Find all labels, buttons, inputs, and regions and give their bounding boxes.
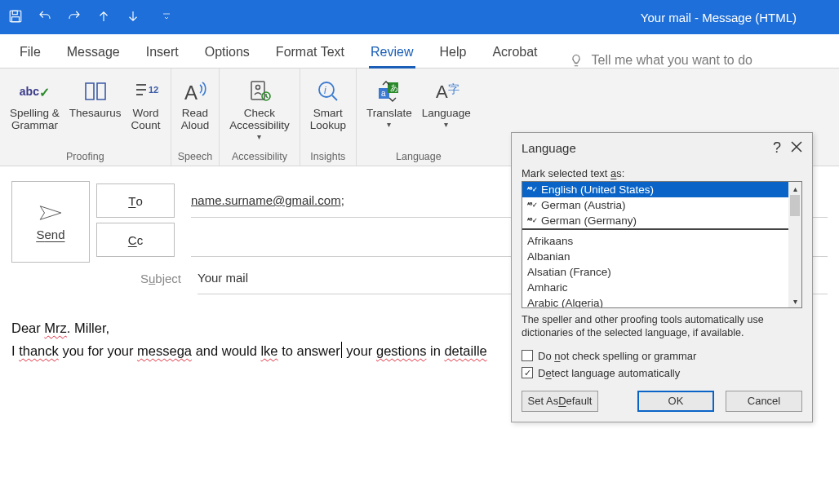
checkbox-checked-icon: ✓ [522,367,533,378]
language-item-selected[interactable]: ᴬᴮ✓English (United States) [522,182,788,197]
dialog-title: Language [522,141,576,155]
window-title: Your mail - Message (HTML) [171,11,831,24]
group-label: Accessibility [224,151,295,166]
spelling-grammar-button[interactable]: abc✓ Spelling &Grammar [5,73,64,134]
group-label: Proofing [5,151,166,166]
abc-check-icon: abc✓ [20,84,50,99]
send-button[interactable]: SSendend [11,181,90,263]
undo-icon[interactable] [38,9,52,26]
svg-text:a: a [381,89,386,98]
language-item[interactable]: Arabic (Algeria) [522,295,788,307]
dialog-help-button[interactable]: ? [763,139,791,157]
group-label: Speech [176,151,215,166]
checkbox-icon [522,350,533,361]
group-proofing: abc✓ Spelling &Grammar Thesaurus 123 Wor… [0,69,171,166]
arrow-up-icon[interactable] [96,9,111,26]
dialog-info-text: The speller and other proofing tools aut… [522,313,802,340]
smart-lookup-icon: i [315,78,341,104]
quick-access-toolbar [8,9,171,26]
svg-text:A: A [436,82,448,102]
tab-review[interactable]: Review [357,37,426,68]
svg-text:あ: あ [390,83,398,92]
translate-button[interactable]: aあ Translate [362,73,417,130]
checkbox-do-not-check[interactable]: Do not check spelling or grammar [522,350,802,362]
language-icon: A字 [433,78,459,104]
set-default-button[interactable]: Set As Default [522,391,598,412]
language-item[interactable]: Alsatian (France) [522,264,788,280]
check-accessibility-button[interactable]: CheckAccessibility [224,73,295,143]
ribbon-tabs: File Message Insert Options Format Text … [0,34,839,69]
title-bar: Your mail - Message (HTML) [0,0,839,34]
redo-icon[interactable] [67,9,82,26]
save-icon[interactable] [8,9,23,26]
language-item[interactable]: Afrikaans [522,233,788,249]
text-cursor [341,342,342,358]
dialog-close-button[interactable] [791,141,802,155]
word-count-button[interactable]: 123 WordCount [127,73,166,134]
subject-label: SubjectSubject [96,272,181,285]
tab-insert[interactable]: Insert [133,37,192,68]
tab-message[interactable]: Message [54,37,133,68]
svg-text:123: 123 [149,85,159,95]
scroll-up-icon[interactable]: ▴ [793,182,797,195]
svg-point-6 [255,86,260,90]
scroll-down-icon[interactable]: ▾ [793,294,797,307]
group-speech: A ReadAloud Speech [171,69,220,166]
thesaurus-button[interactable]: Thesaurus [64,73,127,122]
svg-rect-1 [12,11,17,15]
language-item[interactable]: ᴬᴮ✓German (Germany) [522,213,788,228]
language-item[interactable]: ᴬᴮ✓German (Austria) [522,197,788,213]
recipient-address[interactable]: name.surname@gmail.com [191,193,341,207]
tell-me-label: Tell me what you want to do [592,53,752,68]
svg-point-8 [319,82,334,97]
smart-lookup-button[interactable]: i SmartLookup [305,73,351,134]
language-item[interactable]: Amharic [522,280,788,295]
group-label: Language [362,151,476,166]
group-accessibility: CheckAccessibility Accessibility [220,69,300,166]
group-insights: i SmartLookup Insights [300,69,357,166]
mark-text-label: Mark selected text as: [522,167,802,179]
accessibility-icon [246,78,273,104]
cancel-button[interactable]: Cancel [726,391,802,412]
language-dialog: Language ? Mark selected text as: ᴬᴮ✓Eng… [511,132,813,422]
tab-format-text[interactable]: Format Text [263,37,357,68]
dialog-title-bar: Language ? [512,133,812,162]
close-icon [791,141,802,153]
word-count-icon: 123 [133,78,159,104]
read-aloud-button[interactable]: A ReadAloud [176,73,215,134]
book-open-icon [82,78,109,104]
send-icon [38,203,63,223]
listbox-scrollbar[interactable]: ▴ ▾ [788,182,801,307]
group-label: Insights [305,151,351,166]
tab-file[interactable]: File [7,37,54,68]
svg-text:i: i [324,85,326,96]
tab-acrobat[interactable]: Acrobat [479,37,550,68]
bulb-icon [569,53,584,68]
checkbox-detect-language[interactable]: ✓ Detect language automatically [522,367,802,379]
scroll-thumb[interactable] [790,195,800,216]
to-button[interactable]: ToTo [96,183,175,218]
language-item[interactable]: Albanian [522,249,788,264]
group-language: aあ Translate A字 Language Language [357,69,481,166]
language-button[interactable]: A字 Language [417,73,476,130]
customize-qat-icon[interactable] [162,11,171,24]
read-aloud-icon: A [182,78,208,104]
tell-me-search[interactable]: Tell me what you want to do [569,53,752,68]
language-listbox[interactable]: ᴬᴮ✓English (United States) ᴬᴮ✓German (Au… [522,181,802,308]
svg-text:字: 字 [448,82,459,95]
svg-text:A: A [184,82,198,104]
translate-icon: aあ [376,78,402,104]
ok-button[interactable]: OK [637,391,714,412]
cc-button[interactable]: CcCc [96,223,175,257]
svg-rect-2 [12,16,20,21]
tab-help[interactable]: Help [427,37,480,68]
tab-options[interactable]: Options [192,37,263,68]
arrow-down-icon[interactable] [126,9,140,26]
